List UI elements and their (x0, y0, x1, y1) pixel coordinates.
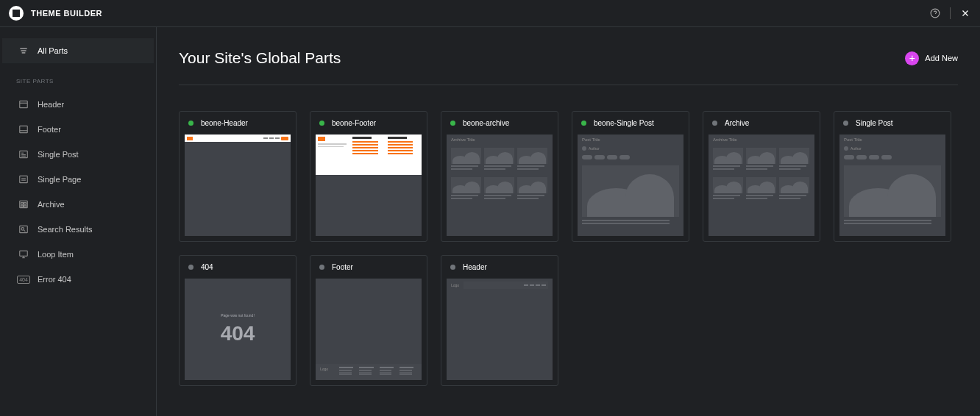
card-header: Header (441, 256, 558, 279)
sidebar-item-single-page[interactable]: Single Page (2, 167, 154, 192)
card-header: Footer (310, 256, 427, 279)
template-card[interactable]: Single Post Post Title Author (834, 111, 951, 242)
single-page-icon (18, 174, 29, 184)
header-divider (950, 7, 951, 19)
sidebar-item-label: Search Results (38, 225, 93, 234)
card-preview: Archive Title (447, 135, 553, 236)
card-title: beone-archive (463, 119, 509, 127)
template-card[interactable]: 404 Page was not found! 404 (179, 255, 297, 386)
template-card[interactable]: Archive Archive Title (703, 111, 820, 242)
card-header: beone-Single Post (572, 112, 689, 135)
error-404-icon: 404 (18, 274, 29, 284)
svg-rect-21 (21, 205, 24, 207)
card-title: Header (463, 263, 487, 271)
sidebar-item-archive[interactable]: Archive (2, 192, 154, 217)
card-header: beone-archive (441, 112, 558, 135)
status-dot-inactive (450, 265, 455, 270)
status-dot-active (581, 121, 586, 126)
sidebar-item-label: Archive (38, 200, 65, 209)
template-card[interactable]: beone-Header (179, 111, 297, 242)
sidebar-item-label: Error 404 (38, 275, 71, 284)
sidebar-item-label: Header (38, 100, 64, 109)
card-title: 404 (201, 263, 213, 271)
card-title: beone-Header (201, 119, 248, 127)
card-title: beone-Footer (332, 119, 376, 127)
status-dot-active (188, 121, 193, 126)
plus-icon: + (905, 51, 919, 65)
sidebar-item-label: Footer (38, 125, 61, 134)
search-results-icon (18, 224, 29, 234)
svg-rect-19 (21, 203, 24, 204)
sidebar-item-single-post[interactable]: Single Post (2, 142, 154, 167)
card-preview: Page was not found! 404 (185, 279, 291, 380)
sidebar-item-footer[interactable]: Footer (2, 117, 154, 142)
sidebar-item-all-parts[interactable]: All Parts (2, 38, 154, 63)
loop-item-icon (18, 249, 29, 259)
card-header: 404 (180, 256, 296, 279)
template-card[interactable]: Footer Logo (310, 255, 427, 386)
add-new-button[interactable]: + Add New (905, 51, 958, 65)
sidebar: All Parts SITE PARTS Header Footer Singl… (0, 27, 157, 416)
header-icon (18, 99, 29, 110)
card-preview: Logo (447, 279, 553, 380)
help-icon[interactable] (929, 7, 941, 19)
footer-icon (18, 124, 29, 135)
card-title: Footer (332, 263, 353, 271)
main-container: All Parts SITE PARTS Header Footer Singl… (0, 27, 980, 416)
card-preview: Post Title Author (578, 135, 683, 236)
card-header: beone-Header (180, 112, 296, 135)
cards-grid: beone-Header beone-Footer (179, 111, 958, 386)
sidebar-item-search-results[interactable]: Search Results (2, 217, 154, 242)
template-card[interactable]: Header Logo (441, 255, 558, 386)
svg-rect-20 (24, 203, 26, 204)
sidebar-section-label: SITE PARTS (0, 63, 156, 92)
app-header: E THEME BUILDER (0, 0, 980, 27)
svg-rect-22 (24, 205, 26, 207)
card-preview: Post Title Author (839, 135, 945, 236)
card-preview (185, 135, 291, 236)
template-card[interactable]: beone-archive Archive Title (441, 111, 558, 242)
app-title: THEME BUILDER (31, 9, 102, 18)
status-dot-inactive (843, 121, 848, 126)
single-post-icon (18, 149, 29, 159)
card-header: Archive (703, 112, 820, 135)
main-content: Your Site's Global Parts + Add New beone… (157, 27, 980, 416)
template-card[interactable]: beone-Single Post Post Title Author (572, 111, 689, 242)
sidebar-item-label: All Parts (38, 46, 68, 55)
card-header: Single Post (834, 112, 951, 135)
card-title: Archive (725, 119, 749, 127)
status-dot-inactive (319, 265, 324, 270)
card-preview (316, 135, 422, 236)
elementor-logo[interactable]: E (9, 6, 24, 21)
add-new-label: Add New (925, 54, 958, 62)
svg-line-25 (24, 230, 26, 232)
sidebar-item-label: Single Page (38, 175, 81, 184)
status-dot-active (450, 121, 455, 126)
card-preview: Archive Title (709, 135, 814, 236)
sidebar-item-label: Single Post (38, 150, 79, 159)
sidebar-item-header[interactable]: Header (2, 92, 154, 117)
sidebar-item-loop-item[interactable]: Loop Item (2, 242, 154, 267)
status-dot-inactive (712, 121, 717, 126)
svg-rect-9 (20, 126, 28, 132)
status-dot-active (319, 121, 324, 126)
card-header: beone-Footer (310, 112, 427, 135)
svg-point-24 (21, 228, 24, 231)
sidebar-item-error-404[interactable]: 404 Error 404 (2, 267, 154, 292)
header-left: E THEME BUILDER (9, 6, 102, 21)
header-right (929, 7, 971, 19)
card-title: beone-Single Post (594, 119, 654, 127)
main-header: Your Site's Global Parts + Add New (179, 49, 958, 85)
status-dot-inactive (188, 265, 193, 270)
close-icon[interactable] (959, 7, 971, 19)
sidebar-item-label: Loop Item (38, 250, 74, 259)
card-preview: Logo (316, 279, 422, 380)
page-title: Your Site's Global Parts (179, 49, 341, 67)
svg-rect-15 (20, 176, 28, 182)
all-parts-icon (18, 46, 29, 56)
template-card[interactable]: beone-Footer (310, 111, 427, 242)
card-title: Single Post (856, 119, 893, 127)
svg-rect-26 (20, 251, 28, 256)
archive-icon (18, 199, 29, 209)
svg-rect-7 (20, 101, 28, 107)
